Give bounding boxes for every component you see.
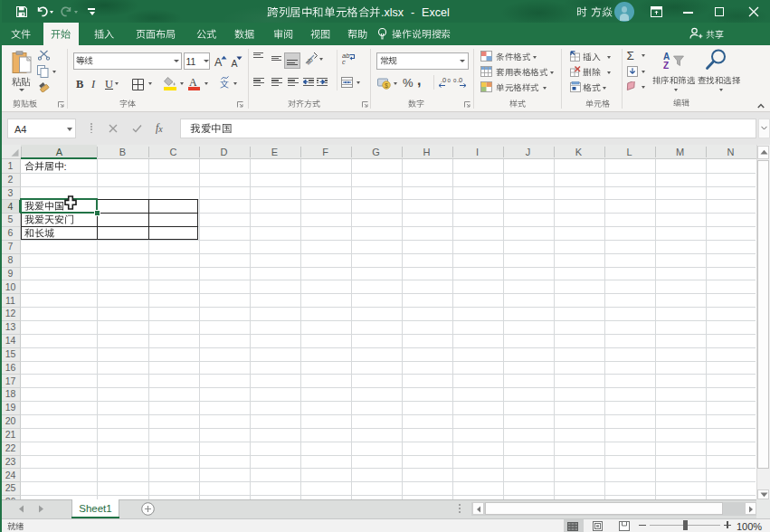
svg-text:Z: Z [663, 61, 669, 71]
svg-text:c: c [342, 57, 346, 64]
svg-text:ab: ab [305, 56, 314, 65]
svg-text:.0: .0 [457, 76, 462, 84]
svg-text:$: $ [385, 82, 388, 89]
svg-text:A: A [663, 51, 670, 61]
svg-text:.0: .0 [441, 76, 446, 84]
svg-text:0: 0 [448, 78, 452, 83]
